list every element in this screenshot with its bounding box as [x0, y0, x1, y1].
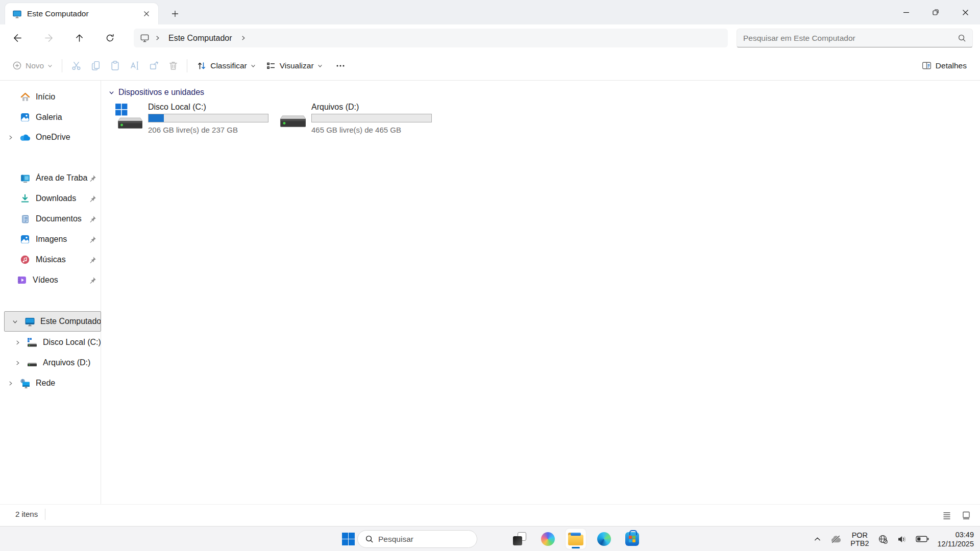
share-button[interactable] — [144, 56, 163, 76]
search-icon — [365, 535, 374, 543]
breadcrumb-root[interactable]: Este Computador — [165, 34, 235, 43]
taskbar-search[interactable] — [357, 530, 477, 548]
windows-logo-icon — [342, 533, 355, 545]
pin-icon — [88, 215, 97, 223]
minimize-button[interactable] — [891, 0, 921, 24]
hidden-icons-chevron[interactable] — [811, 529, 824, 549]
sidebar-item-label: Início — [36, 92, 101, 102]
details-pane-button[interactable]: Detalhes — [916, 56, 972, 75]
chevron-down-icon — [251, 63, 256, 68]
sidebar-item-downloads[interactable]: Downloads — [0, 188, 101, 209]
copilot-button[interactable] — [537, 529, 558, 549]
explorer-search[interactable] — [737, 29, 973, 47]
taskbar-search-input[interactable] — [378, 535, 480, 544]
delete-button[interactable] — [163, 56, 183, 76]
sidebar-item-inicio[interactable]: Início — [0, 87, 101, 107]
file-explorer-button[interactable] — [566, 529, 586, 549]
sidebar-item-documentos[interactable]: Documentos — [0, 209, 101, 229]
this-pc-icon — [12, 9, 22, 19]
sort-button-label: Classificar — [210, 61, 247, 70]
chevron-right-icon[interactable] — [11, 340, 23, 345]
sidebar-item-galeria[interactable]: Galeria — [0, 107, 101, 128]
store-button[interactable] — [622, 529, 642, 549]
this-pc-icon — [24, 316, 35, 327]
start-button[interactable] — [338, 529, 358, 549]
view-button[interactable]: Visualizar — [261, 57, 328, 75]
sidebar-item-label: OneDrive — [36, 133, 101, 142]
tab-title: Este Computador — [27, 9, 140, 18]
chevron-right-icon[interactable] — [4, 381, 16, 386]
taskbar: PORPTB2 03:4912/11/2025 — [0, 526, 980, 551]
details-view-toggle[interactable] — [940, 509, 953, 522]
cut-button[interactable] — [66, 56, 86, 76]
file-list-area[interactable]: Dispositivos e unidades Disco Local (C:)… — [102, 81, 980, 504]
restore-button[interactable] — [921, 0, 950, 24]
address-bar[interactable]: Este Computador — [134, 29, 728, 47]
new-tab-button[interactable] — [167, 6, 183, 21]
chevron-right-icon[interactable] — [11, 360, 23, 366]
pin-icon — [88, 256, 97, 264]
paste-button[interactable] — [105, 56, 125, 76]
drive-d-tile[interactable]: Arquivos (D:) 465 GB livre(s) de 465 GB — [277, 102, 430, 138]
onedrive-icon — [19, 132, 31, 143]
close-button[interactable] — [950, 0, 980, 24]
task-view-button[interactable] — [509, 529, 530, 549]
sidebar-item-rede[interactable]: Rede — [0, 373, 101, 393]
sidebar-item-area-de-trabalho[interactable]: Área de Trabalho — [0, 168, 101, 188]
home-icon — [19, 91, 31, 103]
drive-free-space: 206 GB livre(s) de 237 GB — [148, 126, 268, 134]
chevron-down-icon — [317, 63, 323, 68]
explorer-tab[interactable]: Este Computador — [5, 3, 158, 24]
sidebar-item-arquivos-d[interactable]: Arquivos (D:) — [0, 353, 101, 373]
volume-icon[interactable] — [894, 529, 910, 549]
rename-button[interactable] — [125, 56, 144, 76]
chevron-down-icon[interactable] — [109, 90, 114, 95]
forward-button[interactable] — [40, 29, 57, 46]
onedrive-offline-icon[interactable] — [827, 529, 844, 549]
this-pc-icon — [140, 33, 150, 43]
chevron-down-icon[interactable] — [9, 319, 21, 324]
details-pane-icon — [921, 60, 932, 71]
chevron-right-icon[interactable] — [155, 35, 160, 41]
sidebar-item-onedrive[interactable]: OneDrive — [0, 127, 101, 147]
pictures-icon — [19, 234, 31, 245]
edge-icon — [597, 532, 611, 546]
chevron-right-icon[interactable] — [240, 35, 246, 41]
command-bar: Novo Classificar — [0, 51, 980, 81]
search-icon[interactable] — [958, 34, 966, 42]
system-drive-icon — [114, 102, 143, 138]
back-button[interactable] — [9, 29, 26, 46]
gallery-icon — [19, 112, 31, 123]
battery-icon[interactable] — [913, 529, 932, 549]
sort-button[interactable]: Classificar — [191, 57, 260, 75]
up-button[interactable] — [70, 29, 88, 46]
tab-close-icon[interactable] — [140, 7, 153, 20]
new-button[interactable]: Novo — [7, 57, 58, 74]
explorer-search-input[interactable] — [743, 34, 958, 43]
refresh-button[interactable] — [101, 29, 118, 46]
chevron-down-icon — [47, 63, 53, 68]
drive-c-tile[interactable]: Disco Local (C:) 206 GB livre(s) de 237 … — [114, 102, 267, 138]
edge-button[interactable] — [594, 529, 614, 549]
sidebar-item-este-computador[interactable]: Este Computador — [4, 311, 101, 332]
system-drive-icon — [27, 337, 38, 348]
drive-name: Disco Local (C:) — [148, 102, 268, 112]
devices-group-header[interactable]: Dispositivos e unidades — [109, 88, 204, 97]
large-icons-view-toggle[interactable] — [960, 509, 973, 522]
sidebar-item-videos[interactable]: Vídeos — [0, 270, 101, 290]
no-internet-icon[interactable] — [875, 529, 891, 549]
language-indicator[interactable]: PORPTB2 — [848, 529, 871, 549]
sidebar-item-label: Rede — [36, 379, 101, 388]
clock[interactable]: 03:4912/11/2025 — [935, 529, 976, 549]
sidebar-item-label: Este Computador — [40, 317, 101, 326]
sidebar-item-musicas[interactable]: Músicas — [0, 249, 101, 270]
navigation-bar: Este Computador — [0, 24, 980, 51]
chevron-right-icon[interactable] — [4, 135, 16, 140]
sidebar-item-label: Disco Local (C:) — [43, 338, 101, 347]
copy-button[interactable] — [86, 56, 105, 76]
more-options-button[interactable] — [331, 56, 350, 76]
time: 03:49 — [938, 530, 974, 539]
sidebar-item-disco-local-c[interactable]: Disco Local (C:) — [0, 332, 101, 353]
details-pane-label: Detalhes — [936, 61, 967, 70]
sidebar-item-imagens[interactable]: Imagens — [0, 229, 101, 249]
